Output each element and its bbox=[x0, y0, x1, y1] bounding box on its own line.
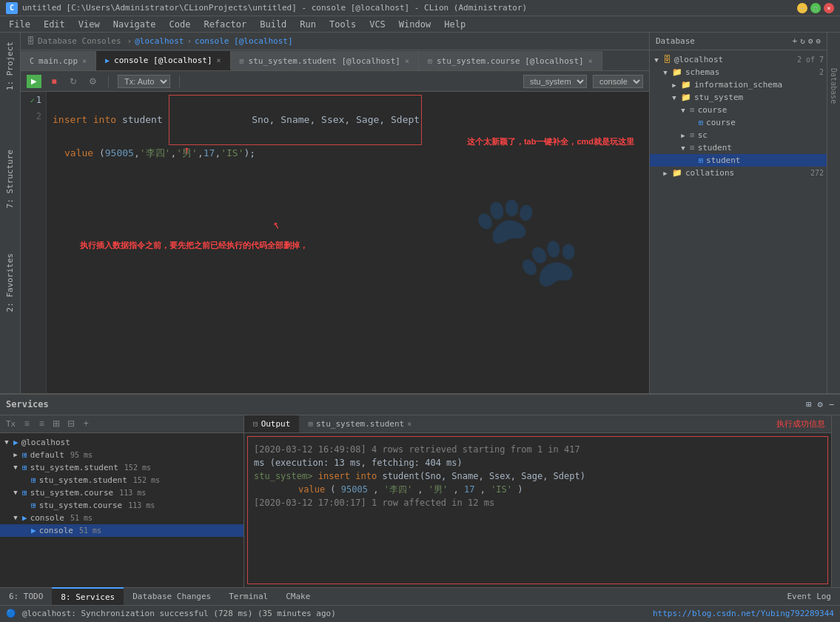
sidebar-project-tab[interactable]: 1: Project bbox=[2, 36, 18, 96]
bot-tab-event-log[interactable]: Event Log bbox=[778, 587, 840, 605]
badge-collations: 272 bbox=[810, 169, 824, 177]
services-minimize-icon[interactable]: − bbox=[829, 399, 834, 409]
output-scrollbar[interactable] bbox=[831, 415, 840, 587]
menu-window[interactable]: Window bbox=[393, 18, 437, 31]
tree-item-student-folder[interactable]: ≡ student bbox=[650, 141, 827, 154]
output-tab-student[interactable]: ⊞ stu_system.student × bbox=[299, 415, 420, 433]
minimize-button[interactable]: − bbox=[797, 3, 807, 13]
code-line-1: insert into student Sno, Sname, Ssex, Sa… bbox=[53, 95, 643, 145]
tree-label-course: course bbox=[698, 105, 728, 115]
menu-navigate[interactable]: Navigate bbox=[107, 18, 162, 31]
tree-label-course-table: course bbox=[706, 118, 736, 127]
status-link[interactable]: https://blog.csdn.net/Yubing792289344 bbox=[653, 609, 834, 618]
db-settings-icon[interactable]: ⚙ bbox=[808, 36, 813, 46]
svc-btn-1[interactable]: ≡ bbox=[20, 417, 33, 430]
arrow-course-table bbox=[688, 119, 696, 127]
svc-item-console-1[interactable]: ▶ console 51 ms bbox=[0, 512, 243, 524]
stop-button[interactable]: ■ bbox=[47, 75, 61, 88]
tree-item-sc[interactable]: ≡ sc bbox=[650, 129, 827, 141]
db-filter-icon[interactable]: ⊜ bbox=[816, 36, 821, 46]
tree-item-info-schema[interactable]: 📁 information_schema bbox=[650, 78, 827, 91]
tx-select[interactable]: Tx: Auto bbox=[118, 75, 170, 88]
tree-item-stu-system[interactable]: 📁 stu_system bbox=[650, 91, 827, 104]
editor-area[interactable]: ✓1 2 insert into student Sno, Sname, Sse… bbox=[21, 92, 649, 393]
close-button[interactable]: × bbox=[824, 3, 834, 13]
services-settings-icon[interactable]: ⚙ bbox=[818, 399, 823, 409]
output-comma1: , bbox=[373, 484, 378, 495]
svc-arrow-default bbox=[12, 451, 19, 458]
svc-item-console-2[interactable]: ▶ console 51 ms bbox=[0, 524, 243, 537]
svc-item-localhost[interactable]: ▶ @localhost bbox=[0, 436, 243, 449]
editor-gutter: ✓1 2 bbox=[21, 92, 47, 393]
tree-item-student-table[interactable]: ⊞ student bbox=[650, 154, 827, 167]
svc-arrow-console-1 bbox=[12, 514, 19, 521]
tree-label-collations: collations bbox=[685, 168, 734, 178]
db-add-icon[interactable]: + bbox=[793, 36, 798, 46]
schema-right-select[interactable]: console bbox=[593, 75, 643, 88]
tab-console[interactable]: ▶ console [@localhost] × bbox=[96, 51, 231, 70]
svc-btn-add[interactable]: + bbox=[79, 417, 93, 430]
menu-file[interactable]: File bbox=[3, 18, 36, 31]
tree-label-student-table: student bbox=[706, 156, 740, 165]
svc-icon-student-2: ⊞ bbox=[31, 475, 36, 485]
tab-main-cpp[interactable]: C main.cpp × bbox=[21, 51, 96, 70]
bot-tab-todo[interactable]: 6: TODO bbox=[0, 587, 52, 605]
menu-help[interactable]: Help bbox=[438, 18, 471, 31]
menu-view[interactable]: View bbox=[73, 18, 106, 31]
editor-content[interactable]: insert into student Sno, Sname, Ssex, Sa… bbox=[47, 92, 649, 393]
menu-run[interactable]: Run bbox=[294, 18, 322, 31]
tab-stu-student[interactable]: ⊞ stu_system.student [@localhost] × bbox=[231, 51, 419, 70]
menu-vcs[interactable]: VCS bbox=[363, 18, 392, 31]
tree-item-course-table[interactable]: ⊞ course bbox=[650, 116, 827, 129]
tx-label: Tx bbox=[3, 419, 19, 429]
services-tree: ▶ @localhost ⊞ default 95 ms ⊞ stu_s bbox=[0, 433, 244, 540]
sidebar-favorites-tab[interactable]: 2: Favorites bbox=[2, 247, 18, 318]
status-text: @localhost: Synchronization successful (… bbox=[22, 609, 336, 618]
bot-tab-db-changes[interactable]: Database Changes bbox=[124, 587, 220, 605]
menu-edit[interactable]: Edit bbox=[38, 18, 71, 31]
svc-arrow-localhost bbox=[3, 438, 10, 446]
services-expand-icon[interactable]: ⊞ bbox=[806, 399, 811, 409]
svc-icon-localhost: ▶ bbox=[13, 438, 19, 447]
tree-item-schemas[interactable]: 📁 schemas 2 bbox=[650, 66, 827, 78]
bot-tab-cmake[interactable]: CMake bbox=[277, 587, 319, 605]
db-refresh-icon[interactable]: ↻ bbox=[800, 36, 805, 46]
output-num2: 17 bbox=[464, 484, 474, 495]
svc-item-course-1[interactable]: ⊞ stu_system.course 113 ms bbox=[0, 486, 243, 499]
svc-item-default[interactable]: ⊞ default 95 ms bbox=[0, 449, 243, 461]
menu-code[interactable]: Code bbox=[164, 18, 197, 31]
svc-item-course-2[interactable]: ⊞ stu_system.course 113 ms bbox=[0, 499, 243, 512]
schema-left-select[interactable]: stu_system bbox=[523, 75, 587, 88]
svc-btn-3[interactable]: ⊞ bbox=[50, 417, 63, 430]
menu-build[interactable]: Build bbox=[254, 18, 292, 31]
output-tab-output[interactable]: ⊟ Output bbox=[244, 415, 299, 433]
menu-refactor[interactable]: Refactor bbox=[198, 18, 252, 31]
sidebar-structure-tab[interactable]: 7: Structure bbox=[2, 144, 18, 214]
run-button[interactable]: ▶ bbox=[27, 75, 41, 88]
svc-ms-course-2: 113 ms bbox=[128, 501, 155, 509]
table-icon-student: ⊞ bbox=[699, 156, 703, 164]
tree-item-course-folder[interactable]: ≡ course bbox=[650, 104, 827, 116]
folder-icon-stu-system: 📁 bbox=[681, 93, 691, 102]
tab-stu-course[interactable]: ⊞ stu_system.course [@localhost] × bbox=[419, 51, 602, 70]
arrow-localhost bbox=[653, 56, 660, 64]
svc-icon-student-1: ⊞ bbox=[22, 463, 27, 472]
bot-tab-terminal[interactable]: Terminal bbox=[220, 587, 277, 605]
settings-button[interactable]: ⚙ bbox=[86, 75, 99, 88]
output-paren-close: ) bbox=[517, 484, 523, 495]
vtab-database[interactable]: Database bbox=[828, 62, 839, 110]
output-value-kw: value bbox=[298, 484, 330, 495]
svc-item-student-2[interactable]: ⊞ stu_system.student 152 ms bbox=[0, 474, 243, 486]
svc-item-student-1[interactable]: ⊞ stu_system.student 152 ms bbox=[0, 461, 243, 474]
refresh-button[interactable]: ↻ bbox=[67, 75, 80, 88]
output-insert-kw: insert bbox=[318, 471, 356, 481]
bot-tab-services[interactable]: 8: Services bbox=[52, 587, 124, 605]
maximize-button[interactable]: □ bbox=[810, 3, 821, 13]
menu-tools[interactable]: Tools bbox=[323, 18, 362, 31]
tree-item-collations[interactable]: 📁 collations 272 bbox=[650, 167, 827, 179]
svc-btn-4[interactable]: ⊟ bbox=[64, 417, 78, 430]
tree-item-localhost[interactable]: 🗄 @localhost 2 of 7 bbox=[650, 53, 827, 66]
timestamp-2: [2020-03-12 17:00:17] 1 row affected in … bbox=[254, 498, 494, 508]
gutter-line-2: 2 bbox=[21, 108, 46, 124]
svc-btn-2[interactable]: ≡ bbox=[35, 417, 48, 430]
